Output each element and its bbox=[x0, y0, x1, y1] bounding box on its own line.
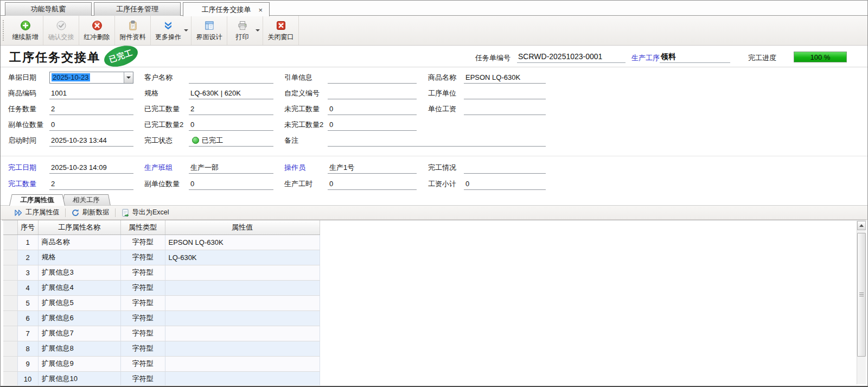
confirm-handover-button[interactable]: 确认交接 bbox=[43, 16, 79, 45]
scrollbar-thumb-grip bbox=[859, 293, 864, 297]
more-actions-dropdown-arrow[interactable] bbox=[184, 29, 188, 31]
red-delete-label: 红冲删除 bbox=[84, 33, 110, 42]
finish-qty-value[interactable]: 2 bbox=[49, 178, 133, 190]
print-label: 打印 bbox=[236, 33, 249, 42]
operator-value[interactable]: 生产1号 bbox=[328, 162, 417, 174]
tab-nav-window[interactable]: 功能导航窗 bbox=[5, 2, 92, 16]
done-qty2-value[interactable]: 0 bbox=[189, 119, 273, 131]
red-delete-button[interactable]: 红冲删除 bbox=[79, 16, 115, 45]
tab-task-handover[interactable]: 工序任务交接单 × bbox=[183, 2, 270, 16]
work-hours-value[interactable]: 0 bbox=[328, 178, 417, 190]
start-time-value[interactable]: 2025-10-23 13:44 bbox=[49, 135, 133, 147]
field-remark: 备注 bbox=[284, 134, 546, 147]
finish-date-link-label[interactable]: 完工日期 bbox=[8, 163, 49, 173]
tab-process-attributes[interactable]: 工序属性值 bbox=[9, 194, 65, 206]
team-value[interactable]: 生产一部 bbox=[189, 162, 273, 174]
cell-attribute-type: 字符型 bbox=[120, 250, 165, 265]
table-row[interactable]: 10 扩展信息10 字符型 bbox=[3, 371, 320, 385]
more-actions-button[interactable]: 更多操作 bbox=[151, 16, 192, 45]
cell-no: 6 bbox=[17, 310, 38, 326]
customer-value[interactable] bbox=[189, 72, 273, 84]
print-dropdown-arrow[interactable] bbox=[256, 29, 260, 31]
refresh-icon bbox=[71, 208, 80, 217]
wage-subtotal-value[interactable]: 0 bbox=[464, 178, 546, 190]
undone-qty-value[interactable]: 0 bbox=[328, 103, 417, 115]
col-header-name[interactable]: 工序属性名称 bbox=[38, 220, 120, 234]
field-custom-no: 自定义编号 bbox=[284, 87, 417, 99]
process-unit-value[interactable] bbox=[464, 87, 546, 99]
close-window-button[interactable]: 关闭窗口 bbox=[263, 16, 299, 45]
attachment-button[interactable]: 附件资料 bbox=[115, 16, 151, 45]
table-row[interactable]: 6 扩展信息6 字符型 bbox=[3, 310, 320, 326]
table-row[interactable]: 7 扩展信息7 字符型 bbox=[3, 326, 320, 341]
row-selector[interactable] bbox=[3, 326, 17, 341]
done-qty-value[interactable]: 2 bbox=[189, 103, 273, 115]
doc-date-value[interactable]: 2025-10-23 bbox=[50, 72, 124, 83]
col-header-value[interactable]: 属性值 bbox=[165, 220, 320, 234]
table-row[interactable]: 9 扩展信息9 字符型 bbox=[3, 356, 320, 371]
cell-attribute-value bbox=[165, 341, 320, 356]
row-selector[interactable] bbox=[3, 234, 17, 250]
detail-tabbar: 工序属性值 相关工序 bbox=[1, 193, 111, 206]
cell-attribute-value: LQ-630K bbox=[165, 250, 320, 265]
table-row[interactable]: 4 扩展信息4 字符型 bbox=[3, 280, 320, 295]
doc-date-dropdown-button[interactable] bbox=[124, 72, 133, 83]
row-selector[interactable] bbox=[3, 265, 17, 280]
ref-info-value[interactable] bbox=[328, 72, 417, 84]
table-row[interactable]: 5 扩展信息5 字符型 bbox=[3, 295, 320, 310]
row-selector[interactable] bbox=[3, 356, 17, 371]
row-selector[interactable] bbox=[3, 341, 17, 356]
table-row[interactable]: 3 扩展信息3 字符型 bbox=[3, 265, 320, 280]
row-selector[interactable] bbox=[3, 371, 17, 385]
aux-qty-value[interactable]: 0 bbox=[49, 119, 133, 131]
finish-date-value[interactable]: 2025-10-23 14:09 bbox=[49, 162, 133, 174]
continue-add-label: 继续新增 bbox=[12, 33, 39, 42]
cell-attribute-value bbox=[165, 371, 320, 385]
unit-wage-value[interactable] bbox=[464, 103, 546, 115]
row-selector[interactable] bbox=[3, 250, 17, 265]
table-row[interactable]: 1 商品名称 字符型 EPSON LQ-630K bbox=[3, 234, 320, 250]
row-selector[interactable] bbox=[3, 280, 17, 295]
ui-design-button[interactable]: 界面设计 bbox=[192, 16, 227, 45]
cell-attribute-value bbox=[165, 265, 320, 280]
process-attributes-button[interactable]: 工序属性值 bbox=[9, 206, 65, 219]
tab-task-management[interactable]: 工序任务管理 bbox=[94, 2, 181, 16]
row-selector[interactable] bbox=[3, 310, 17, 326]
continue-add-button[interactable]: 继续新增 bbox=[8, 16, 43, 45]
scrollbar-up-button[interactable] bbox=[857, 221, 866, 230]
remark-value[interactable] bbox=[328, 135, 546, 147]
print-button[interactable]: 打印 bbox=[227, 16, 263, 45]
col-header-type[interactable]: 属性类型 bbox=[120, 220, 165, 234]
scrollbar-thumb[interactable] bbox=[857, 233, 866, 357]
col-header-no[interactable]: 序号 bbox=[17, 220, 38, 234]
refresh-data-button[interactable]: 刷新数据 bbox=[66, 206, 115, 219]
custom-no-value[interactable] bbox=[328, 87, 417, 99]
spec-value[interactable]: LQ-630K | 620K bbox=[189, 87, 273, 99]
undone-qty2-value[interactable]: 0 bbox=[328, 119, 417, 131]
row-selector[interactable] bbox=[3, 295, 17, 310]
product-code-value[interactable]: 1001 bbox=[49, 87, 133, 99]
team-link-label[interactable]: 生产班组 bbox=[144, 163, 189, 173]
aux-qty2-value[interactable]: 0 bbox=[189, 178, 273, 190]
process-link-label[interactable]: 生产工序 bbox=[631, 53, 660, 63]
table-row[interactable]: 2 规格 字符型 LQ-630K bbox=[3, 250, 320, 265]
export-excel-button[interactable]: 导出为Excel bbox=[116, 206, 175, 219]
doc-date-combo[interactable]: 2025-10-23 bbox=[49, 72, 133, 84]
tab-close-icon[interactable]: × bbox=[258, 5, 263, 14]
table-row[interactable]: 8 扩展信息8 字符型 bbox=[3, 341, 320, 356]
finish-info-value[interactable] bbox=[464, 162, 546, 174]
tab-related-processes[interactable]: 相关工序 bbox=[62, 194, 111, 206]
cell-no: 5 bbox=[17, 295, 38, 310]
operator-link-label[interactable]: 操作员 bbox=[284, 163, 328, 173]
finish-status-value[interactable]: 已完工 bbox=[189, 135, 273, 147]
close-window-icon bbox=[276, 20, 286, 31]
product-name-value[interactable]: EPSON LQ-630K bbox=[464, 72, 546, 84]
task-no-value[interactable]: SCRWD-20251023-0001 bbox=[517, 51, 626, 63]
cell-attribute-name: 扩展信息7 bbox=[38, 326, 120, 341]
finish-qty-link-label[interactable]: 完工数量 bbox=[8, 179, 49, 189]
toolbar-grip bbox=[3, 20, 7, 41]
task-qty-value[interactable]: 2 bbox=[49, 103, 133, 115]
vertical-scrollbar[interactable] bbox=[857, 221, 866, 384]
process-value[interactable]: 领料 bbox=[660, 51, 730, 63]
cell-attribute-type: 字符型 bbox=[120, 326, 165, 341]
